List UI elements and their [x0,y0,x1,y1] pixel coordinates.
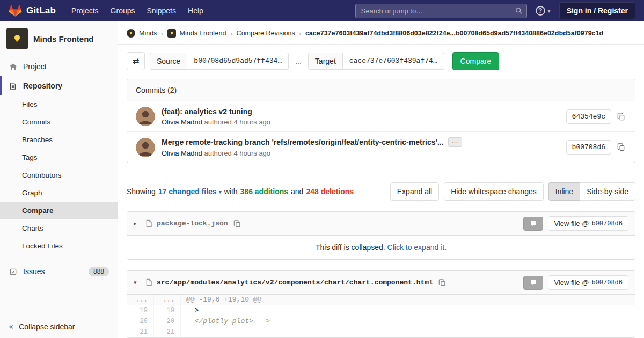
copy-sha-button[interactable] [616,112,626,122]
collapse-sidebar-icon: « [9,322,13,332]
view-file-sha: b00708d6 [591,220,623,227]
avatar[interactable] [136,107,155,126]
deletions-count: 248 deletions [306,187,354,196]
nav-snippets[interactable]: Snippets [141,0,182,21]
sidebar-nav: Project Repository Files Commits Branche… [0,57,118,282]
new-line-number[interactable]: 19 [154,305,181,316]
file-name[interactable]: src/app/modules/analytics/v2/components/… [157,278,433,286]
breadcrumb-separator-icon: › [160,30,163,38]
showing-label: Showing [127,187,156,196]
expand-commit-message-button[interactable]: … [448,137,462,147]
sidebar-item-repository[interactable]: Repository [0,76,118,95]
new-line-number[interactable]: 20 [154,316,181,327]
main-content: Minds › Minds Frontend › Compare Revisio… [118,21,644,338]
help-icon: ? [536,6,545,16]
sidebar-item-issues[interactable]: Issues 888 [0,261,118,282]
diff-table: ... ... @@ -19,6 +19,10 @@ 19 19 > 20 20… [127,295,635,337]
sidebar-item-files[interactable]: Files [0,95,118,113]
diff-view-toggle: Inline Side-by-side [548,182,635,201]
commit-row: (feat): analytics v2 tuning Olivia Madri… [127,101,635,131]
inline-view-button[interactable]: Inline [548,182,580,201]
hide-whitespace-button[interactable]: Hide whitespace changes [444,182,544,201]
global-search [355,4,527,18]
view-file-button[interactable]: View file @ b00708d6 [548,275,628,290]
copy-file-path-button[interactable] [232,219,242,229]
old-line-number[interactable]: 20 [127,316,154,327]
collapse-file-caret-icon[interactable]: ▾ [134,279,141,286]
breadcrumb-group[interactable]: Minds [139,30,157,37]
expand-diff-link[interactable]: Click to expand it. [387,243,447,252]
commit-author-link[interactable]: Olivia Madrid [162,149,202,157]
expand-file-caret-icon[interactable]: ▸ [134,220,141,227]
commit-author-link[interactable]: Olivia Madrid [162,118,202,126]
sidebar-item-commits[interactable]: Commits [0,113,118,131]
toggle-comments-button[interactable] [523,276,543,290]
sidebar: Minds Frontend Project Repository Files … [0,21,118,338]
chevron-down-icon: ▾ [219,189,222,195]
file-name[interactable]: package-lock.json [157,219,228,227]
changed-files-dropdown[interactable]: 17 changed files ▾ [158,187,222,196]
chevron-down-icon: ▾ [548,8,551,14]
diff-line: 19 19 > [127,305,635,316]
commit-byline: Olivia Madrid authored 4 hours ago [162,149,462,157]
breadcrumb-project[interactable]: Minds Frontend [180,30,226,37]
sidebar-item-compare[interactable]: Compare [0,202,118,219]
compare-button[interactable]: Compare [452,52,500,70]
line-content [181,327,635,337]
sidebar-item-branches[interactable]: Branches [0,131,118,149]
sidebar-item-locked-files[interactable]: Locked Files [0,237,118,255]
avatar[interactable] [136,138,155,157]
commit-row: Merge remote-tracking branch 'refs/remot… [127,131,635,163]
repository-icon [9,82,17,90]
collapse-sidebar-button[interactable]: « Collapse sidebar [0,315,118,338]
commit-title-link[interactable]: (feat): analytics v2 tuning [162,107,252,116]
copy-sha-button[interactable] [616,142,626,152]
breadcrumb: Minds › Minds Frontend › Compare Revisio… [118,21,644,45]
gitlab-tanuki-icon [9,4,22,17]
nav-groups[interactable]: Groups [105,0,141,21]
copy-icon [438,279,446,286]
home-icon [9,63,17,71]
help-menu[interactable]: ? ▾ [536,6,551,16]
line-content: </plotly-plot> --> [181,316,635,327]
toggle-comments-button[interactable] [523,217,543,231]
commit-byline: Olivia Madrid authored 4 hours ago [162,118,270,126]
swap-icon: ⇄ [133,56,140,66]
diff-stats-bar: Showing 17 changed files ▾ with 386 addi… [127,182,635,201]
comment-bubble-icon [530,220,537,227]
gitlab-logo-text: GitLab [26,5,56,16]
project-avatar[interactable] [6,28,28,49]
collapsed-diff-notice: This diff is collapsed. Click to expand … [127,236,635,259]
nav-help[interactable]: Help [182,0,209,21]
source-ref-field[interactable]: b00708d65d9ad57ff434… [187,53,289,70]
top-nav: Projects Groups Snippets Help [65,0,209,21]
sign-in-button[interactable]: Sign in / Register [559,2,635,19]
old-line-number[interactable]: 19 [127,305,154,316]
expand-all-button[interactable]: Expand all [390,182,439,201]
breadcrumb-section[interactable]: Compare Revisions [237,30,295,37]
project-avatar-small [167,29,176,38]
gitlab-logo[interactable]: GitLab [9,4,56,17]
copy-file-path-button[interactable] [437,278,447,288]
sidebar-item-charts[interactable]: Charts [0,219,118,237]
sidebar-item-graph[interactable]: Graph [0,184,118,202]
commit-sha: b00708d6 [566,140,611,155]
sidebar-project-name[interactable]: Minds Frontend [33,34,94,43]
commit-sha: 64354e9c [566,109,611,124]
sidebar-item-project[interactable]: Project [0,57,118,76]
search-input[interactable] [355,4,527,18]
view-file-button[interactable]: View file @ b00708d6 [548,216,628,231]
sidebar-item-contributors[interactable]: Contributors [0,166,118,184]
old-line-number[interactable]: 21 [127,327,154,337]
side-by-side-view-button[interactable]: Side-by-side [580,182,635,201]
new-line-number[interactable]: 21 [154,327,181,337]
commits-header: Commits (2) [127,79,635,101]
file-diff-chart-component: ▾ src/app/modules/analytics/v2/component… [127,270,635,338]
commit-title-link[interactable]: Merge remote-tracking branch 'refs/remot… [162,138,444,146]
repository-subnav: Files Commits Branches Tags Contributors… [0,95,118,255]
target-ref-group: Target cace737e7603f439af74… [308,53,444,70]
swap-revisions-button[interactable]: ⇄ [127,52,145,70]
sidebar-item-tags[interactable]: Tags [0,149,118,166]
nav-projects[interactable]: Projects [65,0,105,21]
target-ref-field[interactable]: cace737e7603f439af74… [343,53,444,70]
